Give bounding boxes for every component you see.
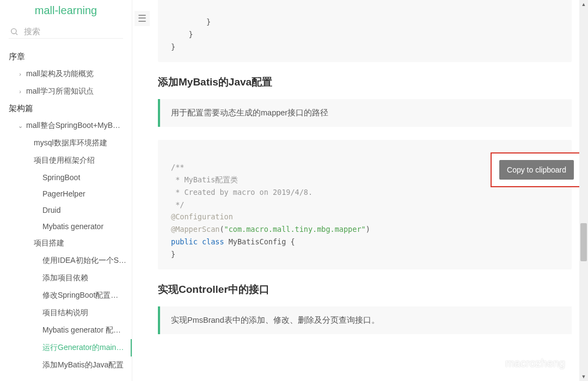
sidebar-item-pagerhelper[interactable]: PagerHelper	[0, 186, 132, 202]
chevron-right-icon: ›	[17, 88, 23, 95]
watermark-text: macrozheng	[505, 357, 565, 370]
sidebar: mall-learning 序章 ›mall架构及功能概览 ›mall学习所需知…	[0, 0, 132, 381]
sidebar-item-knowledge[interactable]: ›mall学习所需知识点	[0, 83, 132, 100]
sidebar-item-label: PagerHelper	[42, 189, 85, 198]
scroll-down-arrow-icon[interactable]: ▼	[579, 372, 588, 381]
search-input[interactable]	[24, 27, 127, 36]
code-block-stub: } } }	[158, 0, 572, 62]
nav-section-title: 序章	[0, 48, 132, 65]
sidebar-item-label: 添加MyBatis的Java配置	[42, 360, 124, 370]
sidebar-item-project-setup[interactable]: 项目搭建	[0, 235, 132, 252]
sidebar-item-idea-init[interactable]: 使用IDEA初始化一个S…	[0, 252, 132, 269]
sidebar-item-architecture-overview[interactable]: ›mall架构及功能概览	[0, 65, 132, 83]
search-icon	[10, 27, 19, 36]
sidebar-item-label: 修改SpringBoot配置…	[42, 291, 118, 300]
chevron-down-icon: ⌄	[17, 122, 23, 130]
heading-implement-controller: 实现Controller中的接口	[158, 282, 572, 297]
sidebar-item-label: 项目使用框架介绍	[34, 156, 95, 165]
sidebar-item-springboot-myb[interactable]: ⌄mall整合SpringBoot+MyB…	[0, 117, 132, 134]
search-box[interactable]	[9, 24, 123, 39]
sidebar-item-generator-config[interactable]: Mybatis generator 配…	[0, 322, 132, 339]
sidebar-item-mybatis-generator[interactable]: Mybatis generator	[0, 218, 132, 235]
svg-point-0	[11, 28, 16, 33]
sidebar-item-druid[interactable]: Druid	[0, 202, 132, 218]
sidebar-item-label: mysql数据库环境搭建	[34, 138, 107, 148]
highlight-box: Copy to clipboard	[491, 152, 583, 187]
main-content: } } } 添加MyBatis的Java配置 用于配置需要动态生成的mapper…	[158, 0, 572, 381]
sidebar-item-frameworks[interactable]: 项目使用框架介绍	[0, 152, 132, 169]
sidebar-item-springboot[interactable]: SpringBoot	[0, 169, 132, 186]
sidebar-toggle-button[interactable]: ☰	[134, 11, 150, 26]
sidebar-item-label: 项目搭建	[34, 238, 64, 248]
chevron-right-icon: ›	[17, 71, 23, 77]
heading-add-mybatis-java-config: 添加MyBatis的Java配置	[158, 75, 572, 89]
sidebar-nav: 序章 ›mall架构及功能概览 ›mall学习所需知识点 架构篇 ⌄mall整合…	[0, 46, 132, 381]
sidebar-item-modify-config[interactable]: 修改SpringBoot配置…	[0, 287, 132, 304]
sidebar-item-label: mall架构及功能概览	[26, 69, 94, 79]
copy-to-clipboard-button[interactable]: Copy to clipboard	[499, 160, 574, 180]
wechat-icon	[475, 353, 500, 373]
hamburger-icon: ☰	[138, 13, 146, 24]
sidebar-item-structure[interactable]: 项目结构说明	[0, 304, 132, 322]
sidebar-item-label: SpringBoot	[42, 173, 80, 182]
svg-line-1	[16, 33, 17, 35]
sidebar-item-mysql-setup[interactable]: mysql数据库环境搭建	[0, 134, 132, 152]
sidebar-item-label: mall学习所需知识点	[26, 87, 94, 96]
nav-section-title: 架构篇	[0, 100, 132, 117]
brand-link[interactable]: mall-learning	[35, 4, 97, 16]
sidebar-item-run-generator[interactable]: 运行Generator的main…	[0, 339, 132, 357]
sidebar-item-label: 运行Generator的main…	[42, 343, 124, 353]
watermark: macrozheng	[475, 353, 565, 373]
scrollbar-thumb[interactable]	[580, 223, 587, 261]
sidebar-item-label: 项目结构说明	[42, 308, 88, 318]
sidebar-item-label: mall整合SpringBoot+MyB…	[26, 121, 120, 131]
sidebar-item-add-deps[interactable]: 添加项目依赖	[0, 269, 132, 287]
page-scrollbar[interactable]: ▲ ▼	[579, 0, 588, 381]
blockquote-pmsbrand: 实现PmsBrand表中的添加、修改、删除及分页查询接口。	[158, 306, 572, 334]
sidebar-item-label: 添加项目依赖	[42, 273, 88, 283]
sidebar-item-label: 使用IDEA初始化一个S…	[42, 256, 126, 266]
sidebar-item-add-mybatis-java[interactable]: 添加MyBatis的Java配置	[0, 357, 132, 374]
scroll-up-arrow-icon[interactable]: ▲	[579, 0, 588, 9]
sidebar-item-label: Druid	[42, 206, 60, 214]
blockquote-mapper-path: 用于配置需要动态生成的mapper接口的路径	[158, 99, 572, 127]
brand[interactable]: mall-learning	[0, 0, 132, 20]
sidebar-item-label: Mybatis generator	[42, 222, 103, 231]
sidebar-item-label: Mybatis generator 配…	[42, 325, 121, 335]
